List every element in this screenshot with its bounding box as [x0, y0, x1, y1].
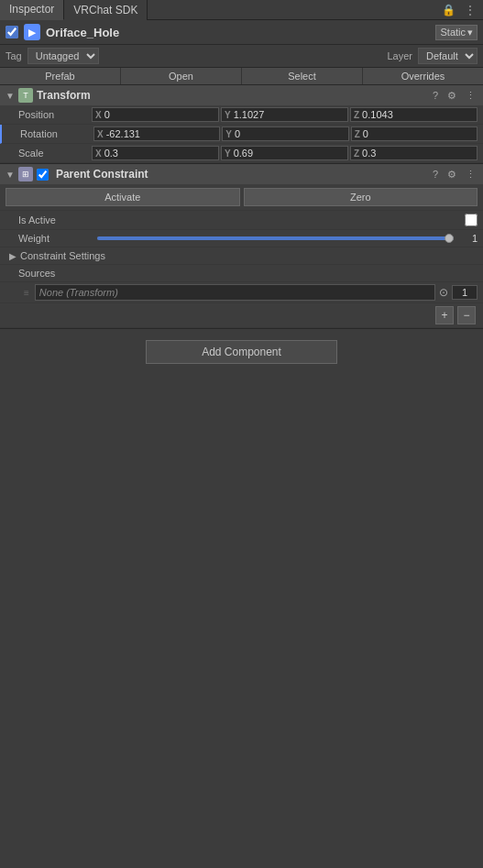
transform-menu-icon[interactable]: ⋮	[464, 90, 478, 102]
scale-row: Scale X 0.3 Y 0.69 Z 0.3	[0, 144, 483, 163]
transform-arrow: ▼	[5, 91, 15, 101]
constraint-settings-label: Constraint Settings	[20, 250, 105, 261]
tag-layer-row: Tag Untagged Layer Default	[0, 45, 483, 68]
sources-label: Sources	[18, 268, 55, 279]
source-num: 1	[452, 285, 478, 300]
parent-constraint-arrow: ▼	[5, 170, 15, 180]
scale-xyz: X 0.3 Y 0.69 Z 0.3	[92, 146, 478, 160]
scale-x-field[interactable]: X 0.3	[92, 146, 219, 160]
weight-slider-thumb	[445, 234, 454, 243]
open-button[interactable]: Open	[121, 68, 242, 84]
weight-row: Weight 1	[0, 230, 483, 247]
source-actions-row: + −	[0, 303, 483, 328]
is-active-label: Is Active	[18, 214, 465, 225]
is-active-checkbox[interactable]	[465, 214, 478, 226]
rotation-label: Rotation	[20, 128, 93, 139]
scale-label: Scale	[18, 148, 92, 159]
object-enabled-checkbox[interactable]	[5, 26, 18, 38]
transform-settings-icon[interactable]: ⚙	[445, 90, 458, 102]
tab-bar: Inspector VRChat SDK 🔒 ⋮	[0, 0, 483, 20]
parent-constraint-component: ▼ ⊞ Parent Constraint ? ⚙ ⋮ Activate Zer…	[0, 164, 483, 329]
parent-constraint-menu-icon[interactable]: ⋮	[464, 169, 478, 181]
weight-value: 1	[459, 233, 478, 244]
position-row: Position X 0 Y 1.1027 Z 0.1043	[0, 105, 483, 125]
position-label: Position	[18, 109, 92, 120]
object-name: Oriface_Hole	[46, 26, 430, 39]
transform-header[interactable]: ▼ T Transform ? ⚙ ⋮	[0, 85, 483, 105]
constraint-settings-arrow: ▶	[9, 251, 16, 261]
transform-icon: T	[18, 88, 33, 103]
activate-zero-row: Activate Zero	[0, 184, 483, 211]
weight-label: Weight	[18, 233, 92, 244]
source-add-button[interactable]: +	[435, 306, 454, 324]
rotation-x-field[interactable]: X -62.131	[93, 126, 220, 141]
parent-constraint-title: Parent Constraint	[56, 168, 427, 181]
parent-constraint-settings-icon[interactable]: ⚙	[445, 169, 458, 181]
tab-inspector[interactable]: Inspector	[0, 0, 64, 20]
position-x-field[interactable]: X 0	[92, 107, 219, 122]
rotation-row: Rotation X -62.131 Y 0 Z 0	[0, 125, 483, 144]
parent-constraint-enabled[interactable]	[37, 169, 49, 181]
prefab-row: Prefab Open Select Overrides	[0, 68, 483, 85]
tag-label: Tag	[5, 50, 22, 61]
object-header: ▶ Oriface_Hole Static ▾	[0, 20, 483, 45]
constraint-settings-row[interactable]: ▶ Constraint Settings	[0, 247, 483, 265]
parent-constraint-header[interactable]: ▼ ⊞ Parent Constraint ? ⚙ ⋮	[0, 164, 483, 184]
scale-y-field[interactable]: Y 0.69	[221, 146, 348, 160]
is-active-row: Is Active	[0, 211, 483, 230]
transform-component: ▼ T Transform ? ⚙ ⋮ Position X 0 Y 1.102…	[0, 85, 483, 164]
source-target-button[interactable]: ⊙	[439, 286, 448, 299]
source-item: ≡ None (Transform) ⊙ 1	[0, 282, 483, 303]
select-button[interactable]: Select	[242, 68, 363, 84]
position-z-field[interactable]: Z 0.1043	[350, 107, 478, 122]
sources-label-row: Sources	[0, 265, 483, 282]
prefab-button[interactable]: Prefab	[0, 68, 121, 84]
zero-button[interactable]: Zero	[244, 188, 478, 206]
scale-z-field[interactable]: Z 0.3	[350, 146, 478, 160]
empty-area	[0, 375, 483, 852]
add-component-button[interactable]: Add Component	[146, 340, 337, 364]
activate-button[interactable]: Activate	[5, 188, 240, 206]
position-xyz: X 0 Y 1.1027 Z 0.1043	[92, 107, 478, 122]
position-y-field[interactable]: Y 1.1027	[221, 107, 348, 122]
source-remove-button[interactable]: −	[457, 306, 476, 324]
rotation-xyz: X -62.131 Y 0 Z 0	[93, 126, 478, 141]
overrides-button[interactable]: Overrides	[363, 68, 483, 84]
object-icon: ▶	[24, 24, 40, 40]
weight-slider-fill	[97, 236, 454, 240]
menu-icon[interactable]: ⋮	[463, 4, 478, 16]
layer-select[interactable]: Default	[418, 48, 478, 64]
add-component-row: Add Component	[0, 329, 483, 375]
transform-title: Transform	[37, 89, 427, 102]
rotation-y-field[interactable]: Y 0	[222, 126, 348, 141]
tag-select[interactable]: Untagged	[27, 48, 99, 64]
static-button[interactable]: Static ▾	[435, 25, 478, 40]
rotation-z-field[interactable]: Z 0	[351, 126, 478, 141]
transform-help-icon[interactable]: ?	[431, 90, 440, 101]
tab-vrchat-sdk[interactable]: VRChat SDK	[64, 0, 148, 20]
parent-constraint-help-icon[interactable]: ?	[431, 169, 440, 180]
weight-slider[interactable]	[97, 236, 454, 240]
lock-icon[interactable]: 🔒	[440, 4, 457, 16]
source-field[interactable]: None (Transform)	[35, 284, 435, 301]
parent-constraint-icon: ⊞	[18, 167, 33, 181]
layer-label: Layer	[387, 50, 412, 61]
source-handle-icon: ≡	[24, 288, 29, 298]
